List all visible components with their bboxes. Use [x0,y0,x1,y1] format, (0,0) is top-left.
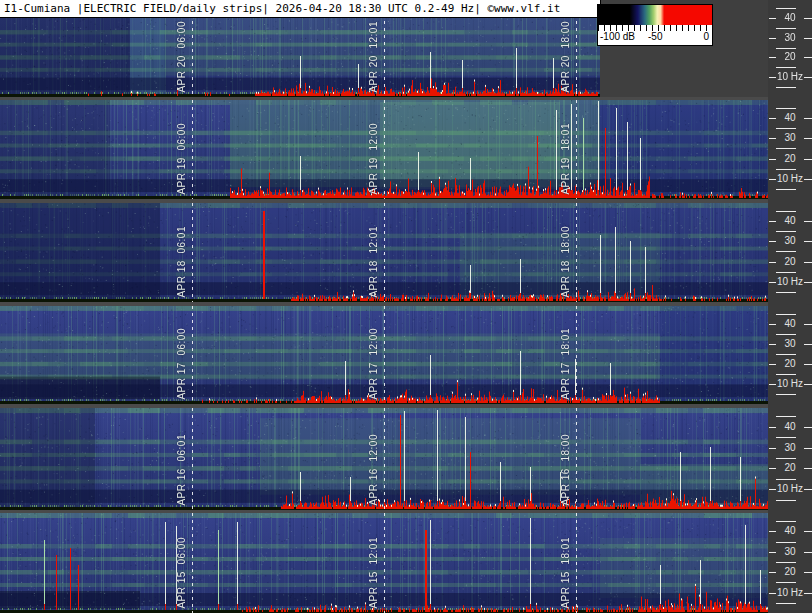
time-label: APR 15 06:00 [176,537,187,609]
spectrogram-strip: APR 15 06:00APR 15 12:01APR 15 18:01 [0,513,768,613]
time-label: APR 19 06:00 [176,123,187,195]
freq-axis-group: 40302010 Hz [768,0,812,97]
freq-axis-group: 40302010 Hz [768,408,812,510]
frequency-axis: 40302010 Hz40302010 Hz40302010 Hz4030201… [768,0,812,613]
spectrogram-strip: APR 17 06:00APR 17 12:00APR 17 18:01 [0,306,768,404]
freq-axis-group: 40302010 Hz [768,100,812,199]
time-gridline [576,306,577,404]
legend-mid-label: -50 [648,31,662,42]
time-label: APR 17 18:01 [560,328,571,400]
time-gridline [384,408,385,510]
time-label: APR 17 06:00 [176,328,187,400]
time-gridline [192,306,193,404]
spectrogram-strip: APR 19 06:00APR 19 12:00APR 19 18:01 [0,100,768,199]
time-gridline [576,408,577,510]
legend-max-label: 0 [703,31,709,42]
time-label: APR 16 18:00 [560,434,571,506]
freq-axis-group: 40302010 Hz [768,203,812,302]
time-label: APR 17 12:00 [368,328,379,400]
time-label: APR 20 18:00 [560,21,571,93]
freq-axis-group: 40302010 Hz [768,513,812,613]
spectrogram-strip: APR 16 06:01APR 16 12:00APR 16 18:00 [0,408,768,510]
time-label: APR 18 12:01 [368,226,379,298]
time-gridline [192,408,193,510]
spectrogram-page: APR 20 06:00APR 20 12:01APR 20 18:00 APR… [0,0,812,613]
time-label: APR 15 18:01 [560,537,571,609]
time-label: APR 19 18:01 [560,123,571,195]
title-bar: I1-Cumiana |ELECTRIC FIELD/daily strips|… [0,0,601,18]
color-gradient-bar [598,5,712,25]
time-gridline [384,306,385,404]
time-label: APR 20 12:01 [368,21,379,93]
time-label: APR 18 06:01 [176,226,187,298]
time-label: APR 16 06:01 [176,434,187,506]
time-label: APR 20 06:00 [176,21,187,93]
time-gridline [576,203,577,302]
time-label: APR 15 12:01 [368,537,379,609]
time-label: APR 18 18:00 [560,226,571,298]
time-gridline [384,203,385,302]
time-gridline [576,100,577,199]
time-gridline [192,100,193,199]
time-label: APR 19 12:00 [368,123,379,195]
time-label: APR 16 12:00 [368,434,379,506]
legend-labels: -100 dB -50 0 [598,31,712,45]
spectrogram-strip: APR 18 06:01APR 18 12:01APR 18 18:00 [0,203,768,302]
time-gridline [384,513,385,613]
time-gridline [576,513,577,613]
legend-min-label: -100 dB [600,31,635,42]
time-gridline [384,100,385,199]
color-scale-legend: -100 dB -50 0 [597,4,713,46]
time-gridline [192,513,193,613]
freq-axis-group: 40302010 Hz [768,306,812,404]
time-gridline [192,203,193,302]
